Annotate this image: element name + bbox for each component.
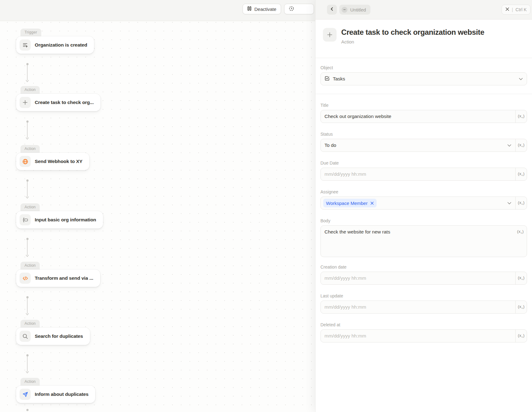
variable-icon: (x+) — [518, 114, 524, 119]
node-label: Organization is created — [35, 42, 87, 48]
title-input[interactable] — [324, 114, 512, 119]
due-date-input[interactable] — [324, 171, 512, 177]
insert-variable-button[interactable]: (x+) — [515, 110, 527, 123]
assignee-chip-label: Workspace Member — [326, 201, 368, 206]
node-card[interactable]: Inform about duplicates — [16, 386, 95, 403]
insert-variable-button[interactable]: (x+) — [517, 229, 524, 235]
variable-icon: (x+) — [518, 171, 524, 177]
node-label: Send Webhook to XY — [35, 159, 83, 164]
creation-date-input[interactable] — [324, 275, 512, 281]
globe-icon — [20, 156, 31, 167]
insert-variable-button[interactable]: (x+) — [515, 197, 527, 209]
object-value: Tasks — [333, 76, 345, 82]
chevron-down-icon[interactable] — [507, 197, 515, 209]
shortcut-separator: | — [512, 7, 513, 12]
due-date-label: Due Date — [320, 161, 527, 165]
workflow-name-pill[interactable]: Untitled — [339, 5, 370, 15]
insert-variable-button[interactable]: (x+) — [515, 139, 527, 152]
node-card[interactable]: Search for duplicates — [16, 328, 90, 345]
action-config-panel: Untitled | Ctrl K Create task to check o… — [315, 0, 532, 412]
connector-arrow — [25, 296, 29, 315]
panel-subtitle: Action — [341, 39, 484, 44]
close-icon — [505, 7, 509, 12]
node-card[interactable]: Send Webhook to XY — [16, 153, 89, 170]
connector-arrow — [25, 179, 29, 199]
variable-icon: (x+) — [518, 304, 524, 310]
node-card[interactable]: Input basic org information — [16, 211, 103, 229]
plus-icon — [20, 97, 31, 108]
assignee-select[interactable]: Workspace Member (x+) — [320, 197, 527, 210]
due-date-field[interactable]: (x+) — [320, 168, 527, 181]
remove-chip-icon[interactable] — [370, 201, 374, 205]
title-field[interactable]: (x+) — [320, 110, 527, 123]
creation-date-label: Creation date — [320, 265, 527, 269]
last-update-field[interactable]: (x+) — [320, 301, 527, 314]
plus-icon — [323, 28, 337, 42]
variable-icon: (x+) — [517, 229, 524, 234]
deleted-at-field[interactable]: (x+) — [320, 329, 527, 342]
node-label: Input basic org information — [35, 217, 96, 223]
pause-icon — [247, 6, 252, 12]
panel-title: Create task to check organization websit… — [341, 28, 484, 37]
node-label: Transform and send via ... — [35, 275, 93, 281]
node-label: Inform about duplicates — [35, 392, 88, 397]
insert-variable-button[interactable]: (x+) — [515, 330, 527, 342]
input-field-icon — [20, 214, 31, 225]
panel-header: Create task to check organization websit… — [315, 20, 532, 58]
chevron-left-icon — [330, 7, 334, 12]
task-checkbox-icon — [324, 76, 330, 82]
insert-variable-button[interactable]: (x+) — [515, 168, 527, 180]
node-label: Create task to check org... — [35, 100, 94, 105]
send-icon — [20, 389, 31, 400]
node-card[interactable]: Organization is created — [16, 36, 94, 54]
connector-arrow — [25, 63, 29, 82]
last-update-label: Last update — [320, 293, 527, 298]
section-divider — [315, 94, 532, 94]
status-value: To do — [324, 143, 336, 148]
variable-icon: (x+) — [518, 333, 524, 339]
status-label: Status — [320, 132, 527, 137]
body-field[interactable]: Check the website for new rats (x+) — [320, 225, 527, 257]
assignee-chip[interactable]: Workspace Member — [323, 199, 377, 207]
variable-icon: (x+) — [518, 200, 524, 206]
connector-arrow — [25, 120, 29, 140]
assignee-label: Assignee — [320, 189, 527, 194]
search-icon — [20, 331, 31, 342]
last-update-input[interactable] — [324, 304, 512, 310]
deleted-at-input[interactable] — [324, 333, 512, 339]
body-label: Body — [320, 218, 527, 223]
creation-date-field[interactable]: (x+) — [320, 272, 527, 285]
node-label: Search for duplicates — [35, 333, 83, 339]
dash-status-icon — [342, 7, 347, 13]
body-textarea[interactable]: Check the website for new rats — [321, 226, 527, 257]
close-panel-button[interactable]: | Ctrl K — [502, 5, 530, 15]
title-label: Title — [320, 103, 527, 108]
node-card[interactable]: Transform and send via ... — [16, 269, 100, 287]
code-icon — [20, 273, 31, 284]
insert-variable-button[interactable]: (x+) — [515, 272, 527, 284]
connector-start-dot — [26, 409, 29, 411]
list-add-icon — [20, 39, 31, 51]
shortcut-hint: Ctrl K — [516, 7, 527, 12]
deactivate-button[interactable]: Deactivate — [243, 4, 281, 14]
connector-arrow — [25, 354, 29, 374]
action-form: Object Tasks Title — [315, 65, 532, 342]
run-history-button[interactable] — [284, 4, 314, 14]
connector-arrow — [25, 238, 29, 257]
chevron-down-icon[interactable] — [507, 139, 515, 152]
object-select[interactable]: Tasks — [320, 72, 527, 85]
variable-icon: (x+) — [518, 275, 524, 281]
panel-toolbar: Untitled | Ctrl K — [315, 0, 532, 20]
insert-variable-button[interactable]: (x+) — [515, 301, 527, 313]
object-label: Object — [320, 65, 527, 70]
history-icon — [289, 6, 294, 12]
deactivate-label: Deactivate — [254, 7, 276, 12]
status-select[interactable]: To do (x+) — [320, 139, 527, 152]
chevron-down-icon[interactable] — [519, 73, 524, 85]
workflow-name: Untitled — [350, 7, 366, 12]
node-card[interactable]: Create task to check org... — [16, 94, 101, 111]
variable-icon: (x+) — [518, 143, 524, 148]
deleted-at-label: Deleted at — [320, 322, 527, 327]
back-button[interactable] — [327, 5, 337, 15]
